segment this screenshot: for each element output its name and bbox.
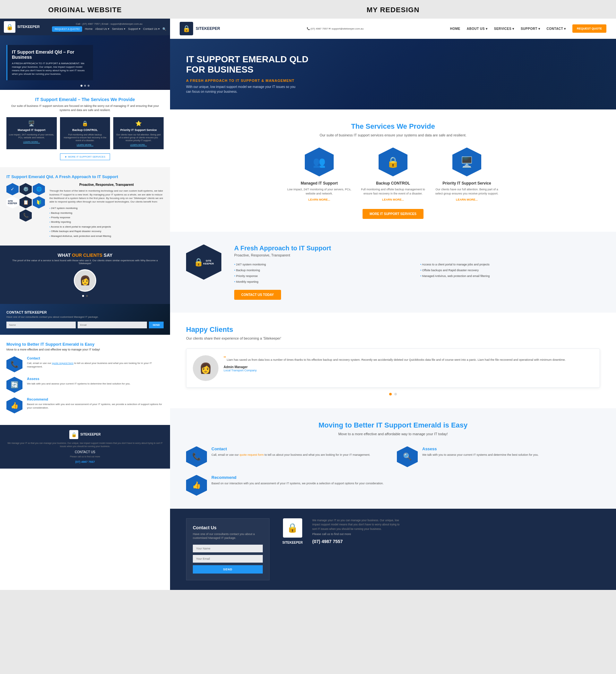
left-header: ORIGINAL WEBSITE — [0, 0, 170, 19]
left-nav-support[interactable]: Support ▾ — [128, 27, 140, 30]
right-step-text-1: Call, email or use our quote request for… — [212, 453, 370, 457]
right-service-title-2: Backup CONTROL — [361, 181, 425, 186]
right-test-avatar: 👩 — [193, 355, 219, 381]
left-hero-dot-3[interactable] — [88, 85, 90, 87]
left-contact-send-btn[interactable]: SEND — [149, 322, 164, 328]
right-nav-contact-top: 📞 (07) 4987 7557 ✉ support@sitekeeper.co… — [307, 27, 364, 30]
left-footer-logo: 🔒 SITEKEEPER — [6, 430, 164, 439]
right-services-section: The Services We Provide Our suite of bus… — [170, 109, 616, 232]
right-footer: Contact Us Have one of our consultants c… — [170, 509, 616, 590]
left-approach-item-2: Backup monitoring — [49, 211, 164, 215]
right-footer-phone: (07) 4987 7557 — [312, 539, 402, 544]
right-nav-services[interactable]: SERVICES ▾ — [494, 27, 514, 30]
left-nav-services[interactable]: Services ▾ — [112, 27, 125, 30]
left-service-card-1: 🖥️ Managed IT Support Low impact, 24/7 m… — [6, 117, 57, 149]
right-test-dots — [186, 393, 600, 396]
right-nav-support[interactable]: SUPPORT ▾ — [521, 27, 540, 30]
left-service-text-2: Full monitoring and offsite backup manag… — [63, 133, 108, 142]
right-header: MY REDESIGN — [170, 0, 616, 19]
left-footer-phone-label: Please call us to find out more — [6, 455, 164, 459]
left-nav-about[interactable]: About Us ▾ — [95, 27, 109, 30]
left-nav-contact: Call : (07) 4987 7557 | Email : support@… — [52, 22, 166, 25]
right-hero-content: IT SUPPORT EMERALD QLD FOR BUSINESS A FR… — [186, 54, 308, 94]
left-service-card-2: 🔒 Backup CONTROL Full monitoring and off… — [60, 117, 110, 149]
left-hex-4: 📋 — [20, 196, 32, 208]
right-service-link-3[interactable]: LEARN MORE... — [435, 198, 499, 201]
left-hex-5: 🔰 — [33, 196, 45, 208]
right-step-text-3: Based on our interaction with you and as… — [212, 481, 384, 486]
right-footer-email-input[interactable] — [193, 555, 263, 563]
right-contact-us-today-btn[interactable]: CONTACT US TODAY — [234, 290, 281, 300]
right-approach-hex-logo: 🔒 SITEKEEPER — [186, 245, 221, 280]
right-nav-about[interactable]: ABOUT US ▾ — [467, 27, 488, 30]
right-approach-subtitle: Proactive, Responsive, Transparent — [234, 253, 600, 257]
right-step-1: 📞 Contact Call, email or use our quote r… — [186, 446, 389, 467]
left-step-content-3: Recommend Based on our interaction with … — [27, 397, 164, 410]
right-nav-links: HOME ABOUT US ▾ SERVICES ▾ SUPPORT ▾ CON… — [450, 24, 606, 33]
left-nav-home[interactable]: Home — [85, 27, 92, 30]
right-nav-contact[interactable]: CONTACT ▾ — [547, 27, 566, 30]
right-approach-section: 🔒 SITEKEEPER A Fresh Approach to IT Supp… — [170, 232, 616, 313]
left-service-card-3: ⭐ Priority IT Support Service Our client… — [113, 117, 164, 149]
right-footer-contact-title: Contact Us — [193, 525, 263, 530]
left-test-dot-2[interactable] — [86, 295, 88, 297]
right-service-text-2: Full monitoring and offsite backup manag… — [361, 188, 425, 196]
left-service-link-3[interactable]: LEARN MORE... — [116, 144, 161, 146]
left-logo-text: SITEKEEPER — [17, 25, 40, 29]
left-approach-text: Through the fusion of the latest in moni… — [49, 189, 164, 204]
left-service-link-2[interactable]: LEARN MORE... — [63, 144, 108, 146]
left-steps-section: Moving to Better IT Support Emerald is E… — [0, 335, 170, 425]
left-service-link-1[interactable]: LEARN MORE... — [9, 141, 54, 143]
right-service-link-1[interactable]: LEARN MORE... — [287, 198, 351, 201]
left-service-icon-2: 🔒 — [63, 120, 108, 126]
left-hex-3: 🌐 — [33, 183, 45, 195]
right-service-hex-3: 🖥️ — [452, 148, 481, 177]
left-hero-dot-2[interactable] — [84, 85, 86, 87]
left-test-dots — [6, 295, 164, 297]
right-footer-send-btn[interactable]: SEND — [193, 565, 263, 574]
left-hero-dot-1[interactable] — [81, 85, 83, 87]
left-services-section: IT Support Emerald – The Services We Pro… — [0, 90, 170, 167]
left-step-text-2: We talk with you and assess your current… — [27, 382, 131, 385]
left-service-text-3: Our clients have our full attention. Bei… — [116, 133, 161, 142]
left-test-avatar: 👩 — [74, 269, 96, 292]
left-approach-section: IT Support Emerald Qld. A Fresh Approach… — [0, 167, 170, 245]
right-testimonials-section: Happy Clients Our clients share their ex… — [170, 313, 616, 409]
right-hero-title: IT SUPPORT EMERALD QLD FOR BUSINESS — [186, 54, 308, 75]
right-request-quote-btn[interactable]: REQUEST QUOTE — [572, 24, 606, 33]
right-test-dot-1[interactable] — [389, 393, 392, 396]
left-nav-contact[interactable]: Contact Us ▾ — [143, 27, 160, 30]
left-step-hex-1: 📞 — [6, 356, 22, 372]
right-test-dot-2[interactable] — [394, 393, 397, 396]
left-service-title-3: Priority IT Support Service — [116, 128, 161, 132]
left-contact-email-input[interactable] — [78, 322, 147, 328]
left-step-2: 🔄 Assess We talk with you and assess you… — [6, 377, 164, 393]
left-approach-item-7: Managed Antivirus, web protection and em… — [49, 234, 164, 238]
left-approach-item-1: 24/7 system monitoring — [49, 206, 164, 211]
left-step-text-3: Based on our interaction with you and ou… — [27, 403, 164, 410]
left-test-dot-1[interactable] — [82, 295, 84, 297]
left-test-subtitle: The proof of the value of a service is b… — [6, 259, 164, 265]
left-search-icon[interactable]: 🔍 — [162, 27, 166, 31]
right-approach-col-left: 24/7 system monitoring Backup monitoring… — [234, 261, 414, 285]
left-approach-title: IT Support Emerald Qld. A Fresh Approach… — [6, 174, 164, 179]
right-more-services-btn[interactable]: MORE IT SUPPORT SERVICES — [363, 209, 423, 219]
right-step-3: 👍 Recommend Based on our interaction wit… — [186, 475, 389, 496]
right-test-quote: " Liam has saved us from data loss a num… — [224, 355, 566, 362]
left-more-services-btn[interactable]: ► MORE IT SUPPORT SERVICES — [60, 153, 110, 160]
left-approach-subtitle: Proactive, Responsive, Transparent — [49, 183, 164, 187]
right-footer-name-input[interactable] — [193, 545, 263, 552]
left-footer-contact-title: CONTACT US — [6, 450, 164, 454]
left-contact-section: CONTACT SITEKEEPER Have one of our consu… — [0, 304, 170, 335]
right-footer-description: We manage your IT so you can manage your… — [312, 518, 402, 532]
right-steps-section: Moving to Better IT Support Emerald is E… — [170, 408, 616, 509]
right-approach-item-7: Managed Antivirus, web protection and em… — [420, 273, 600, 279]
right-nav-home[interactable]: HOME — [450, 27, 460, 30]
right-service-title-1: Managed IT Support — [287, 181, 351, 186]
right-service-link-2[interactable]: LEARN MORE... — [361, 198, 425, 201]
left-request-quote-btn[interactable]: REQUEST A QUOTE! — [52, 26, 82, 32]
right-hero: IT SUPPORT EMERALD QLD FOR BUSINESS A FR… — [170, 39, 616, 109]
left-contact-name-input[interactable] — [6, 322, 76, 328]
right-service-hex-2: 🔒 — [379, 148, 407, 177]
right-approach-cols: 24/7 system monitoring Backup monitoring… — [234, 261, 600, 285]
